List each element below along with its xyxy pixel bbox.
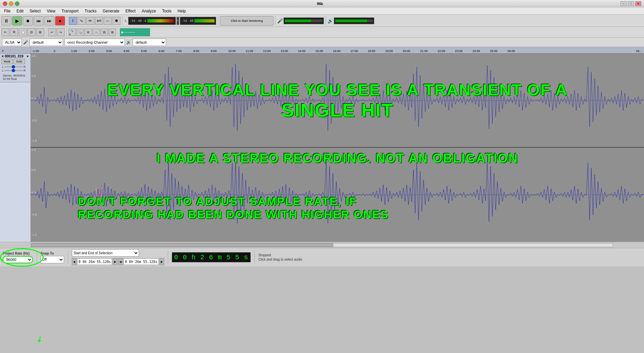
start-time-left-btn[interactable]: ◀ [72, 258, 77, 265]
monitor-button[interactable]: Click to Start Monitoring [220, 16, 274, 26]
menu-tracks[interactable]: Tracks [82, 8, 99, 14]
transport-toolbar: ⏸ ▶ ■ ⏮ ⏭ ● I ∿ ✏ ⊕R ↔ ✱ L -54 -48 -4 R … [0, 15, 644, 27]
tick-5: 5:00 [141, 49, 147, 53]
tick-21: 21:00 [420, 49, 428, 53]
audio-system-select[interactable]: ALSA [2, 39, 22, 46]
input-level-left: -54 -48 -4 [128, 17, 176, 25]
zoom-out-full-button[interactable]: ⊞ [109, 29, 116, 36]
timeshift-tool[interactable]: ↔ [104, 17, 112, 25]
maximize-button[interactable]: □ [628, 1, 634, 6]
tick-0: 0 [54, 49, 55, 53]
track-close-btn[interactable]: ✕ [1, 55, 4, 58]
selection-format-select[interactable]: Start and End of Selection Start and Len… [72, 249, 139, 257]
record-channel-select[interactable]: ono) Recording Channel [64, 39, 125, 46]
menu-transport[interactable]: Transport [59, 8, 81, 14]
menu-analyze[interactable]: Analyze [139, 8, 159, 14]
separator-1 [67, 16, 67, 26]
project-rate-controls: 96000 44100 48000 88200 192000 [3, 256, 33, 263]
project-rate-section: Project Rate (Hz) 96000 44100 48000 8820… [3, 252, 33, 263]
menu-help[interactable]: Help [175, 8, 189, 14]
status-bar: Project Rate (Hz) 96000 44100 48000 8820… [0, 248, 644, 266]
mic-device-select[interactable]: default [30, 39, 63, 46]
menu-edit[interactable]: Edit [14, 8, 26, 14]
skip-forward-button[interactable]: ⏭ [44, 16, 54, 26]
bottom-channel[interactable]: 1.0 0.5- 0.0- -0.5 -1.0 I MADE A STEREO … [31, 148, 644, 242]
redo-button[interactable]: ↪ [57, 28, 65, 36]
solo-button[interactable]: Solo [13, 59, 25, 64]
menu-generate[interactable]: Generate [100, 8, 122, 14]
copy-button[interactable]: ⧉ [10, 28, 18, 36]
tick-10: 10:00 [228, 49, 236, 53]
scrollbar-track[interactable] [31, 243, 613, 247]
timeline-ruler: -1:00 0 1:00 2:00 3:00 4:00 5:00 6:00 7:… [31, 47, 644, 54]
track-header: ✕ 000101_019 ▼ Mute Solo L R L [0, 54, 31, 82]
trim-button[interactable]: ⊟ [28, 28, 36, 36]
window-controls[interactable] [3, 1, 19, 6]
silence-button[interactable]: ⊞ [36, 28, 44, 36]
waveform-canvas[interactable]: 1.0 0.5- 0.0- -0.5 -1.0 [31, 54, 644, 242]
track-bit-depth: 32-bit float [3, 77, 28, 81]
top-channel[interactable]: 1.0 0.5- 0.0- -0.5 -1.0 [31, 54, 644, 148]
envelope-tool[interactable]: ∿ [78, 17, 86, 25]
close-button[interactable]: ✕ [635, 1, 641, 6]
zoom-out-button[interactable]: 🔍- [77, 29, 84, 36]
menu-file[interactable]: File [1, 8, 13, 14]
pan-slider[interactable] [4, 70, 23, 71]
title-bar: 96k ─ □ ✕ [0, 0, 644, 7]
end-time-right-btn[interactable]: ▶ [159, 258, 164, 265]
traffic-light-2[interactable] [9, 1, 13, 6]
project-rate-label: Project Rate (Hz) [3, 252, 33, 255]
end-time-display[interactable]: 0 0h 26m 55.128s [123, 258, 158, 265]
tick-7: 7:00 [176, 49, 182, 53]
draw-tool[interactable]: ✏ [86, 17, 94, 25]
speaker-device-icon: 🔊 [126, 40, 131, 45]
status-sep-1 [37, 251, 37, 264]
stop-button[interactable]: ■ [23, 16, 33, 26]
track-sample-rate: Stereo, 96000Hz [3, 74, 28, 77]
menu-tools[interactable]: Tools [159, 8, 174, 14]
zoom-tool-btn[interactable]: ⊕R [95, 17, 103, 25]
zoom-fit-button[interactable]: ↔ [93, 29, 100, 36]
snap-to-select[interactable]: Off On [41, 256, 64, 263]
track-menu-btn[interactable]: ▼ [26, 55, 29, 58]
minimize-button[interactable]: ─ [621, 1, 627, 6]
cut-button[interactable]: ✂ [1, 28, 9, 36]
play-button[interactable]: ▶ [12, 16, 22, 26]
menu-view[interactable]: View [44, 8, 58, 14]
menu-bar: File Edit Select View Transport Tracks G… [0, 7, 644, 15]
tick-17: 17:00 [350, 49, 358, 53]
waveform-area[interactable]: -1:00 0 1:00 2:00 3:00 4:00 5:00 6:00 7:… [31, 47, 644, 242]
menu-select[interactable]: Select [27, 8, 43, 14]
end-time-left-btn[interactable]: ◀ [118, 258, 123, 265]
playback-device-select[interactable]: default [133, 39, 166, 46]
window-controls-right[interactable]: ─ □ ✕ [621, 1, 641, 6]
level-meter-divider: R [177, 17, 179, 25]
paste-button[interactable]: 📋 [19, 28, 27, 36]
pause-button[interactable]: ⏸ [1, 16, 11, 26]
zoom-normal-button[interactable]: ⊜ [85, 29, 92, 36]
separator-5 [326, 16, 326, 26]
track-panel-header: ▲ [0, 47, 31, 54]
tick-minus1: -1:00 [32, 49, 39, 53]
select-tool[interactable]: I [69, 17, 77, 25]
mute-button[interactable]: Mute [1, 59, 13, 64]
project-rate-select[interactable]: 96000 44100 48000 88200 192000 [3, 256, 33, 263]
start-time-right-btn[interactable]: ▶ [113, 258, 117, 265]
zoom-sel-button[interactable]: ⊟ [101, 29, 108, 36]
tick-9: 9:00 [211, 49, 217, 53]
h-scrollbar[interactable] [0, 242, 644, 248]
zoom-in-button[interactable]: 🔍+ [68, 29, 76, 36]
gain-slider[interactable] [4, 66, 23, 68]
traffic-light-1[interactable] [3, 1, 7, 6]
traffic-light-3[interactable] [15, 1, 19, 6]
multi-tool[interactable]: ✱ [112, 17, 120, 25]
skip-back-button[interactable]: ⏮ [34, 16, 44, 26]
gain-r-label: R [23, 65, 26, 69]
start-time-display[interactable]: 0 0h 26m 55.128s [77, 258, 112, 265]
speaker-icon: 🔊 [328, 18, 333, 24]
scroll-arrow-up: ▲ [1, 49, 4, 52]
scrollbar-thumb[interactable] [31, 244, 333, 247]
record-button[interactable]: ● [55, 16, 65, 26]
menu-effect[interactable]: Effect [123, 8, 138, 14]
undo-button[interactable]: ↩ [48, 28, 56, 36]
